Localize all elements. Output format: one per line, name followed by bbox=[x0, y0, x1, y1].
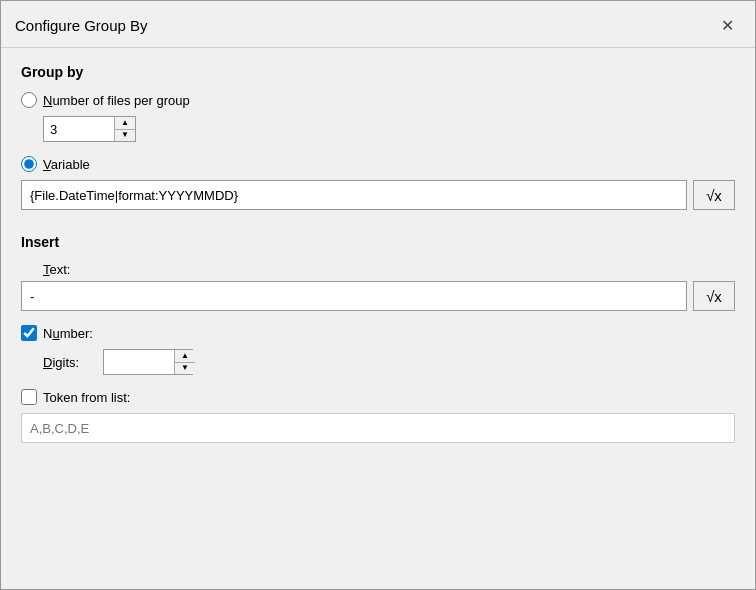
token-checkbox[interactable] bbox=[21, 389, 37, 405]
token-input[interactable] bbox=[21, 413, 735, 443]
variable-input-row: √x bbox=[21, 180, 735, 210]
digits-spinner: 2 ▲ ▼ bbox=[103, 349, 193, 375]
token-checkbox-row: Token from list: bbox=[21, 389, 735, 405]
text-input[interactable] bbox=[21, 281, 687, 311]
text-sub-label: Text: bbox=[43, 262, 735, 277]
variable-sqrt-button[interactable]: √x bbox=[693, 180, 735, 210]
digits-spin-up-button[interactable]: ▲ bbox=[175, 350, 195, 363]
group-by-title: Group by bbox=[21, 64, 735, 80]
spinner-input[interactable]: 3 bbox=[44, 117, 114, 141]
variable-radio-label[interactable]: Variable bbox=[43, 157, 90, 172]
dialog-title: Configure Group By bbox=[15, 17, 148, 34]
spin-up-button[interactable]: ▲ bbox=[115, 117, 135, 130]
files-per-group-spinner: 3 ▲ ▼ bbox=[43, 116, 136, 142]
spin-down-button[interactable]: ▼ bbox=[115, 130, 135, 142]
digits-row: Digits: 2 ▲ ▼ bbox=[43, 349, 735, 375]
number-radio-row: Number of files per group bbox=[21, 92, 735, 108]
variable-radio[interactable] bbox=[21, 156, 37, 172]
digits-spin-down-button[interactable]: ▼ bbox=[175, 363, 195, 375]
number-radio[interactable] bbox=[21, 92, 37, 108]
variable-radio-row: Variable bbox=[21, 156, 735, 172]
dialog-body: Group by Number of files per group 3 ▲ ▼ bbox=[1, 48, 755, 589]
configure-group-by-dialog: Configure Group By ✕ Group by Number of … bbox=[0, 0, 756, 590]
digits-label: Digits: bbox=[43, 355, 95, 370]
token-checkbox-label[interactable]: Token from list: bbox=[43, 390, 130, 405]
digits-spinner-buttons: ▲ ▼ bbox=[174, 350, 195, 374]
text-sqrt-button[interactable]: √x bbox=[693, 281, 735, 311]
group-by-section: Group by Number of files per group 3 ▲ ▼ bbox=[21, 64, 735, 210]
variable-input[interactable] bbox=[21, 180, 687, 210]
close-button[interactable]: ✕ bbox=[713, 11, 741, 39]
insert-section: Insert Text: √x Number: Digits: bbox=[21, 234, 735, 443]
digits-input[interactable]: 2 bbox=[104, 350, 174, 374]
spinner-buttons: ▲ ▼ bbox=[114, 117, 135, 141]
insert-title: Insert bbox=[21, 234, 735, 250]
spinner-row: 3 ▲ ▼ bbox=[43, 116, 735, 142]
text-input-row: √x bbox=[21, 281, 735, 311]
title-bar: Configure Group By ✕ bbox=[1, 1, 755, 48]
number-radio-label[interactable]: Number of files per group bbox=[43, 93, 190, 108]
number-checkbox-label[interactable]: Number: bbox=[43, 326, 93, 341]
number-checkbox[interactable] bbox=[21, 325, 37, 341]
token-input-container bbox=[21, 413, 735, 443]
number-checkbox-row: Number: bbox=[21, 325, 735, 341]
